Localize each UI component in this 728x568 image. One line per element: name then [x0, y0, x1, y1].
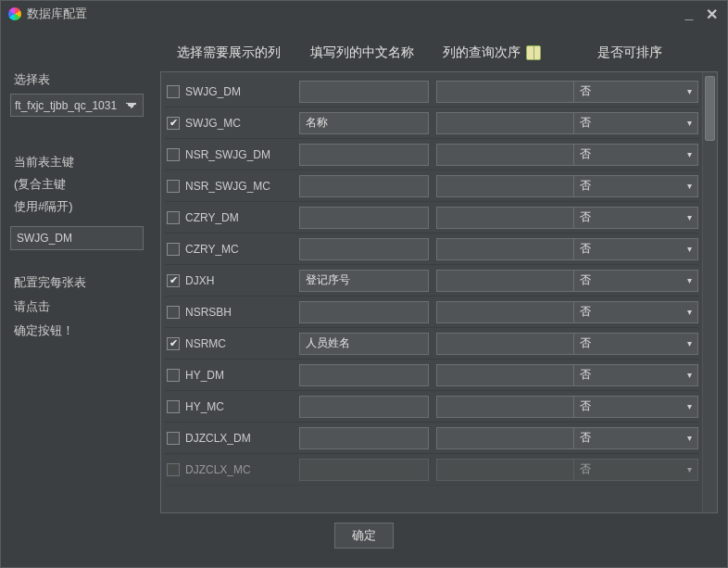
chevron-down-icon: ▾: [687, 433, 692, 443]
column-name: NSRSBH: [185, 306, 232, 319]
order-value[interactable]: [436, 459, 587, 481]
sortable-value: 否: [580, 272, 591, 288]
sortable-select[interactable]: 否▾: [573, 270, 698, 292]
sortable-select[interactable]: 否▾: [573, 81, 698, 103]
show-checkbox[interactable]: [167, 432, 180, 445]
show-checkbox[interactable]: [167, 274, 180, 287]
show-checkbox[interactable]: [167, 85, 180, 98]
show-checkbox[interactable]: [167, 337, 180, 350]
close-button[interactable]: ✕: [703, 6, 720, 23]
table-row: DJZCLX_MC▲▼否▾: [165, 454, 698, 486]
show-checkbox[interactable]: [167, 243, 180, 256]
sortable-select[interactable]: 否▾: [573, 427, 698, 449]
order-value[interactable]: [436, 81, 587, 103]
scrollbar-thumb[interactable]: [705, 76, 715, 141]
header-show-col: 选择需要展示的列: [160, 44, 297, 61]
column-name: HY_MC: [185, 400, 224, 413]
sortable-select[interactable]: 否▾: [573, 301, 698, 323]
order-value[interactable]: [436, 333, 587, 355]
sortable-select[interactable]: 否▾: [573, 333, 698, 355]
sortable-value: 否: [580, 430, 591, 446]
cn-name-input[interactable]: [299, 270, 429, 292]
cn-name-input[interactable]: [299, 427, 429, 449]
order-value[interactable]: [436, 396, 587, 418]
order-spinner[interactable]: ▲▼: [436, 175, 566, 197]
show-checkbox[interactable]: [167, 306, 180, 319]
app-icon: [8, 7, 21, 20]
column-name: DJZCLX_MC: [185, 463, 251, 476]
sortable-select[interactable]: 否▾: [573, 396, 698, 418]
sortable-select[interactable]: 否▾: [573, 207, 698, 229]
order-value[interactable]: [436, 175, 587, 197]
sortable-value: 否: [580, 241, 591, 257]
minimize-button[interactable]: _: [681, 9, 697, 19]
order-value[interactable]: [436, 144, 587, 166]
cn-name-input[interactable]: [299, 333, 429, 355]
chevron-down-icon: ▾: [687, 149, 692, 159]
order-spinner[interactable]: ▲▼: [436, 396, 566, 418]
order-spinner[interactable]: ▲▼: [436, 112, 566, 134]
show-checkbox[interactable]: [167, 211, 180, 224]
show-checkbox[interactable]: [167, 369, 180, 382]
order-value[interactable]: [436, 427, 587, 449]
order-value[interactable]: [436, 112, 587, 134]
order-value[interactable]: [436, 364, 587, 386]
titlebar: 数据库配置 _ ✕: [1, 1, 727, 27]
show-checkbox[interactable]: [167, 148, 180, 161]
table-row: SWJG_MC▲▼否▾: [165, 107, 698, 139]
column-name: DJZCLX_DM: [185, 432, 251, 445]
show-checkbox[interactable]: [167, 463, 180, 476]
cn-name-input[interactable]: [299, 238, 429, 260]
show-checkbox[interactable]: [167, 180, 180, 193]
chevron-down-icon: ▾: [687, 338, 692, 348]
primary-key-input[interactable]: [10, 226, 144, 250]
sortable-value: 否: [580, 304, 591, 320]
window-title: 数据库配置: [27, 6, 87, 22]
sortable-select[interactable]: 否▾: [573, 112, 698, 134]
cn-name-input[interactable]: [299, 364, 429, 386]
order-spinner[interactable]: ▲▼: [436, 270, 566, 292]
book-icon[interactable]: [526, 45, 541, 60]
order-spinner[interactable]: ▲▼: [436, 333, 566, 355]
chevron-down-icon: ▾: [687, 212, 692, 222]
cn-name-input[interactable]: [299, 207, 429, 229]
cn-name-input[interactable]: [299, 112, 429, 134]
sortable-select[interactable]: 否▾: [573, 175, 698, 197]
order-spinner[interactable]: ▲▼: [436, 364, 566, 386]
pk-label-3: 使用#隔开): [10, 198, 155, 215]
cn-name-input[interactable]: [299, 396, 429, 418]
sortable-select[interactable]: 否▾: [573, 364, 698, 386]
cn-name-input[interactable]: [299, 301, 429, 323]
cn-name-input[interactable]: [299, 81, 429, 103]
order-value[interactable]: [436, 301, 587, 323]
order-spinner[interactable]: ▲▼: [436, 301, 566, 323]
table-row: CZRY_MC▲▼否▾: [165, 234, 698, 265]
ok-button[interactable]: 确定: [334, 523, 394, 549]
select-table-label: 选择表: [10, 71, 155, 88]
sortable-select[interactable]: 否▾: [573, 144, 698, 166]
column-name: HY_DM: [185, 369, 224, 382]
order-spinner[interactable]: ▲▼: [436, 81, 566, 103]
note-line-3: 确定按钮！: [10, 322, 155, 339]
order-spinner[interactable]: ▲▼: [436, 427, 566, 449]
chevron-down-icon: ▾: [687, 275, 692, 285]
sortable-select[interactable]: 否▾: [573, 238, 698, 260]
sortable-value: 否: [580, 367, 591, 383]
order-value[interactable]: [436, 270, 587, 292]
sortable-select[interactable]: 否▾: [573, 459, 698, 481]
cn-name-input[interactable]: [299, 144, 429, 166]
chevron-down-icon: ▾: [687, 370, 692, 380]
order-value[interactable]: [436, 207, 587, 229]
order-spinner[interactable]: ▲▼: [436, 238, 566, 260]
order-spinner[interactable]: ▲▼: [436, 459, 566, 481]
order-spinner[interactable]: ▲▼: [436, 144, 566, 166]
table-select[interactable]: ft_fxjc_tjbb_qc_1031: [10, 94, 144, 117]
cn-name-input[interactable]: [299, 175, 429, 197]
order-value[interactable]: [436, 238, 587, 260]
cn-name-input[interactable]: [299, 459, 429, 481]
vertical-scrollbar[interactable]: [702, 72, 717, 512]
show-checkbox[interactable]: [167, 117, 180, 130]
pk-label-2: (复合主键: [10, 176, 155, 193]
order-spinner[interactable]: ▲▼: [436, 207, 566, 229]
show-checkbox[interactable]: [167, 400, 180, 413]
